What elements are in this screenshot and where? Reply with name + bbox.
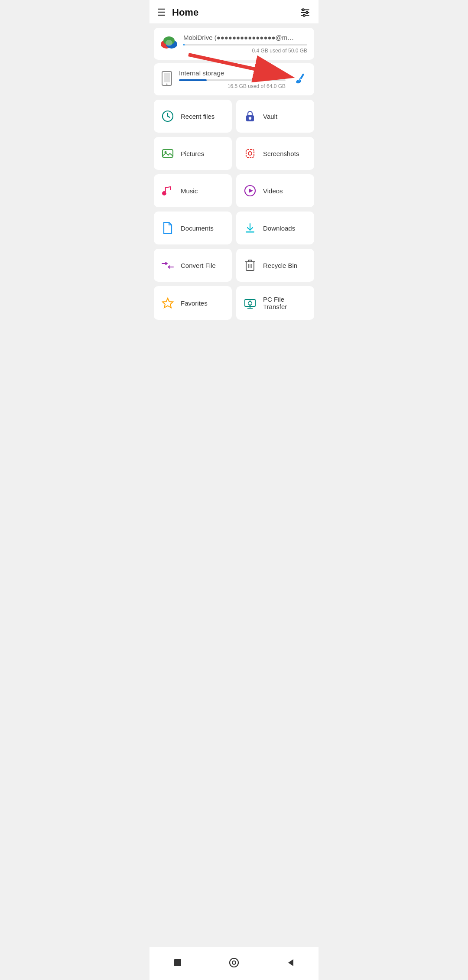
svg-marker-31 (249, 189, 253, 193)
music-label: Music (181, 187, 198, 195)
internal-storage-title: Internal storage (179, 69, 286, 77)
transfer-icon (243, 296, 257, 310)
mobidrive-progress-bg (183, 44, 307, 46)
svg-rect-32 (246, 231, 254, 233)
screenshots-label: Screenshots (263, 150, 299, 157)
svg-point-29 (163, 192, 166, 195)
svg-rect-11 (164, 73, 170, 82)
internal-storage-progress-bg (179, 79, 286, 81)
documents-item[interactable]: Documents (154, 212, 232, 244)
download-icon (243, 221, 257, 235)
convert-file-label: Convert File (181, 262, 216, 269)
favorites-label: Favorites (181, 300, 208, 307)
mobidrive-title: MobiDrive (●●●●●●●●●●●●●●●@mobisystems.c… (183, 34, 296, 41)
pc-file-transfer-label: PC File Transfer (263, 296, 307, 310)
internal-storage-card[interactable]: Internal storage 16.5 GB used of 64.0 GB (154, 63, 314, 95)
favorites-item[interactable]: Favorites (154, 286, 232, 320)
features-grid: Recent files Vault (154, 100, 314, 320)
downloads-label: Downloads (263, 225, 295, 232)
phone-icon (161, 71, 173, 88)
svg-marker-39 (162, 298, 173, 308)
pictures-label: Pictures (181, 150, 204, 157)
mobidrive-progress-fill (183, 44, 185, 46)
music-icon (161, 184, 175, 198)
document-icon (161, 221, 175, 235)
svg-line-20 (168, 116, 170, 117)
videos-item[interactable]: Videos (236, 174, 314, 207)
mobidrive-logo (161, 35, 177, 53)
trash-icon (243, 258, 257, 272)
vault-label: Vault (263, 113, 277, 120)
clean-button[interactable] (294, 72, 307, 87)
internal-storage-used: 16.5 GB used of 64.0 GB (179, 83, 286, 89)
recycle-bin-label: Recycle Bin (263, 262, 297, 269)
music-item[interactable]: Music (154, 174, 232, 207)
pc-file-transfer-item[interactable]: PC File Transfer (236, 286, 314, 320)
videos-label: Videos (263, 187, 283, 195)
internal-storage-progress-fill (179, 79, 207, 81)
convert-file-item[interactable]: Convert File (154, 249, 232, 282)
vault-item[interactable]: Vault (236, 100, 314, 133)
screenshots-item[interactable]: Screenshots (236, 137, 314, 170)
screenshot-icon (243, 147, 257, 160)
svg-point-5 (303, 14, 305, 16)
recycle-bin-item[interactable]: Recycle Bin (236, 249, 314, 282)
mobidrive-used: 0.4 GB used of 50.0 GB (183, 48, 307, 54)
clock-icon (161, 109, 175, 123)
image-icon (161, 147, 175, 160)
svg-point-9 (166, 40, 172, 46)
internal-storage-wrapper: Internal storage 16.5 GB used of 64.0 GB (154, 63, 314, 95)
svg-rect-35 (248, 260, 252, 262)
mobidrive-info: MobiDrive (●●●●●●●●●●●●●●●@mobisystems.c… (183, 34, 307, 54)
mobidrive-card[interactable]: MobiDrive (●●●●●●●●●●●●●●●@mobisystems.c… (154, 28, 314, 60)
convert-icon (161, 258, 175, 272)
filter-icon[interactable] (299, 7, 311, 18)
pictures-item[interactable]: Pictures (154, 137, 232, 170)
svg-rect-27 (246, 150, 254, 157)
documents-label: Documents (181, 225, 214, 232)
svg-point-24 (248, 116, 252, 120)
recent-files-item[interactable]: Recent files (154, 100, 232, 133)
svg-point-12 (166, 84, 168, 85)
lock-icon (243, 109, 257, 123)
star-icon (161, 296, 175, 310)
downloads-item[interactable]: Downloads (236, 212, 314, 244)
svg-point-4 (306, 12, 308, 13)
svg-point-3 (302, 9, 304, 10)
internal-storage-info: Internal storage 16.5 GB used of 64.0 GB (179, 69, 286, 89)
svg-point-14 (296, 79, 302, 84)
video-icon (243, 184, 257, 198)
recent-files-label: Recent files (181, 113, 214, 120)
top-bar: ☰ Home (150, 0, 318, 23)
page-title: Home (172, 7, 299, 18)
main-content: MobiDrive (●●●●●●●●●●●●●●●@mobisystems.c… (150, 23, 318, 355)
svg-rect-25 (162, 150, 173, 157)
svg-point-28 (248, 152, 252, 155)
hamburger-icon[interactable]: ☰ (157, 7, 166, 18)
